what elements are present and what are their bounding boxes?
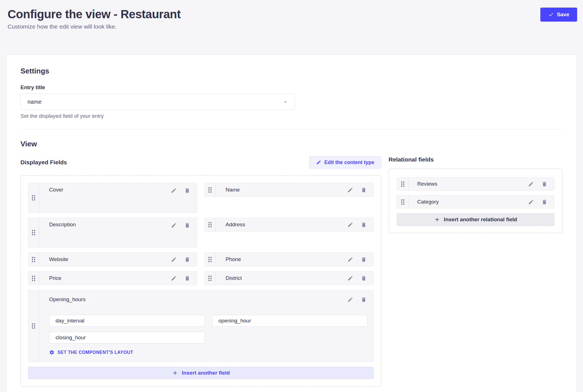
field-label: Cover: [39, 187, 169, 193]
field-card-body: Name: [215, 183, 373, 197]
trash-icon: [361, 275, 367, 281]
pencil-icon: [171, 275, 177, 281]
drag-icon: [31, 323, 36, 329]
insert-another-field-label: Insert another field: [182, 370, 230, 376]
insert-relational-field-button[interactable]: Insert another relational field: [397, 213, 554, 226]
save-button[interactable]: Save: [540, 8, 577, 22]
drag-handle[interactable]: [28, 253, 39, 266]
drag-handle[interactable]: [205, 253, 215, 266]
insert-another-field-button[interactable]: Insert another field: [28, 367, 374, 379]
relational-field-label: Category: [409, 199, 526, 205]
drag-handle[interactable]: [28, 271, 39, 285]
field-actions: [345, 255, 373, 264]
drag-icon: [31, 195, 36, 201]
relational-fields-dropzone: Reviews Category: [389, 169, 563, 233]
drag-handle[interactable]: [397, 177, 409, 190]
field-label: Price: [39, 275, 169, 281]
field-label: Name: [215, 187, 345, 193]
trash-icon: [184, 257, 190, 262]
drag-handle[interactable]: [28, 290, 39, 362]
field-card-body: Category: [409, 195, 554, 208]
set-component-layout-link[interactable]: SET THE COMPONENT'S LAYOUT: [49, 350, 133, 355]
page-subtitle: Customize how the edit view will look li…: [8, 23, 181, 30]
component-card-opening-hours: Opening_hours day_interval opening_hour …: [28, 290, 374, 362]
drag-icon: [31, 275, 36, 282]
field-card-body: District: [215, 271, 373, 285]
drag-handle[interactable]: [397, 195, 409, 208]
trash-icon: [184, 222, 190, 228]
delete-field-button[interactable]: [359, 255, 368, 264]
edit-field-button[interactable]: [169, 274, 178, 282]
settings-heading: Settings: [20, 67, 563, 75]
drag-icon: [31, 229, 36, 236]
chevron-down-icon: [283, 100, 288, 104]
edit-field-button[interactable]: [345, 295, 355, 304]
field-actions: [169, 186, 197, 195]
field-card-district: District: [205, 271, 374, 285]
edit-field-button[interactable]: [345, 255, 355, 264]
fields-grid: Cover Name: [28, 183, 374, 285]
field-card-body: Reviews: [409, 177, 554, 190]
trash-icon: [361, 297, 367, 303]
field-label: District: [215, 275, 345, 281]
field-actions: [345, 186, 373, 194]
displayed-fields-label: Displayed Fields: [20, 159, 67, 166]
drag-icon: [31, 256, 36, 263]
field-card-body: Website: [39, 253, 197, 266]
drag-icon: [208, 187, 212, 193]
delete-field-button[interactable]: [359, 295, 368, 304]
delete-field-button[interactable]: [182, 255, 192, 264]
field-card-body: Cover: [39, 183, 197, 213]
edit-field-button[interactable]: [526, 180, 536, 188]
drag-handle[interactable]: [205, 183, 215, 197]
component-subfields: day_interval opening_hour closing_hour: [49, 315, 368, 343]
delete-field-button[interactable]: [359, 220, 368, 229]
delete-field-button[interactable]: [359, 186, 368, 194]
field-card-body: Address: [215, 218, 373, 231]
plus-icon: [172, 370, 178, 376]
field-card-phone: Phone: [205, 252, 374, 266]
edit-field-button[interactable]: [345, 274, 355, 282]
pencil-icon: [347, 257, 353, 262]
relational-field-label: Reviews: [409, 181, 526, 187]
config-panel: Settings Entry title name Set the displa…: [6, 55, 577, 392]
drag-handle[interactable]: [205, 271, 215, 285]
entry-title-select[interactable]: name: [20, 94, 295, 110]
trash-icon: [361, 222, 367, 228]
field-card-body: Price: [39, 271, 197, 285]
component-actions: [345, 295, 373, 304]
field-label: Address: [215, 222, 345, 228]
pencil-icon: [171, 257, 177, 262]
drag-icon: [401, 199, 405, 205]
edit-field-button[interactable]: [169, 255, 178, 264]
edit-content-type-label: Edit the content type: [324, 160, 374, 165]
edit-field-button[interactable]: [169, 221, 178, 229]
pencil-icon: [528, 199, 534, 205]
delete-field-button[interactable]: [540, 198, 549, 206]
drag-handle[interactable]: [205, 218, 215, 231]
drag-icon: [208, 275, 212, 282]
delete-field-button[interactable]: [540, 180, 549, 188]
displayed-fields-header: Displayed Fields Edit the content type: [20, 156, 381, 169]
edit-field-button[interactable]: [169, 186, 178, 195]
delete-field-button[interactable]: [182, 186, 192, 195]
edit-field-button[interactable]: [345, 220, 355, 229]
edit-field-button[interactable]: [345, 186, 355, 194]
page-heading-block: Configure the view - Restaurant Customiz…: [8, 8, 181, 30]
pencil-icon: [347, 275, 353, 281]
plus-icon: [434, 216, 440, 223]
field-actions: [526, 198, 554, 206]
field-card-cover: Cover: [28, 183, 197, 213]
delete-field-button[interactable]: [359, 274, 368, 282]
delete-field-button[interactable]: [182, 274, 192, 282]
pencil-icon: [316, 160, 321, 165]
entry-title-hint: Set the displayed field of your entry: [20, 113, 563, 119]
edit-field-button[interactable]: [526, 198, 536, 206]
pencil-icon: [347, 297, 353, 303]
field-card-name: Name: [205, 183, 374, 197]
drag-handle[interactable]: [28, 183, 39, 213]
delete-field-button[interactable]: [182, 221, 192, 229]
field-card-website: Website: [28, 252, 197, 266]
edit-content-type-button[interactable]: Edit the content type: [309, 156, 381, 169]
drag-handle[interactable]: [28, 218, 39, 247]
